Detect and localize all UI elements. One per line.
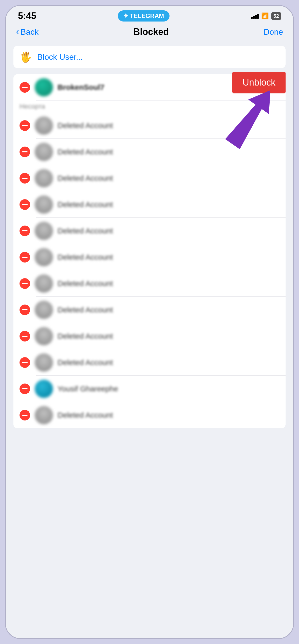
list-item: Deleted Account <box>13 244 286 270</box>
user-name: Deleted Account <box>58 253 113 261</box>
remove-button[interactable] <box>20 357 30 368</box>
avatar <box>35 222 53 240</box>
avatar <box>35 274 53 293</box>
unblock-button[interactable]: Unblock <box>232 72 286 93</box>
telegram-icon: ✈ <box>123 13 128 19</box>
remove-button[interactable] <box>20 384 30 394</box>
remove-button[interactable] <box>20 173 30 184</box>
user-name: Yousif Ghareephe <box>58 385 118 393</box>
list-item: Deleted Account <box>13 270 286 297</box>
user-name: Deleted Account <box>58 332 113 340</box>
section-header: Несорта <box>13 100 286 112</box>
remove-button[interactable] <box>20 147 30 157</box>
status-icons: 📶 52 <box>251 12 281 20</box>
nav-bar: ‹ Back Blocked Done <box>6 24 293 42</box>
user-name: Deleted Account <box>58 411 113 419</box>
user-name: Deleted Account <box>58 279 113 288</box>
user-name: Deleted Account <box>58 200 113 209</box>
list-item: Deleted Account <box>13 402 286 428</box>
list-item: Deleted Account <box>13 139 286 165</box>
remove-button[interactable] <box>20 305 30 315</box>
list-item: Deleted Account <box>13 165 286 191</box>
wifi-icon: 📶 <box>261 12 269 19</box>
avatar <box>35 406 53 424</box>
user-name: Deleted Account <box>58 306 113 314</box>
list-item: BrokenSoul7 Unblock <box>13 74 286 100</box>
avatar <box>35 353 53 372</box>
list-item: Deleted Account <box>13 191 286 218</box>
avatar <box>35 301 53 319</box>
remove-button[interactable] <box>20 252 30 263</box>
back-label: Back <box>21 27 39 37</box>
remove-button[interactable] <box>20 199 30 210</box>
avatar <box>35 327 53 345</box>
list-item: Deleted Account <box>13 297 286 323</box>
avatar <box>35 248 53 266</box>
user-name: Deleted Account <box>58 358 113 367</box>
avatar <box>35 116 53 135</box>
blocked-users-list: BrokenSoul7 Unblock Несорта Deleted Acco… <box>13 74 286 428</box>
user-name: Deleted Account <box>58 148 113 156</box>
user-name: Deleted Account <box>58 227 113 235</box>
user-name: Deleted Account <box>58 174 113 183</box>
avatar <box>35 169 53 187</box>
block-user-label: Block User... <box>37 52 83 62</box>
telegram-label: TELEGRAM <box>130 12 164 19</box>
avatar <box>35 195 53 214</box>
remove-button[interactable] <box>20 120 30 131</box>
back-button[interactable]: ‹ Back <box>16 27 39 37</box>
done-button[interactable]: Done <box>264 27 283 37</box>
signal-icon <box>251 13 259 19</box>
remove-button[interactable] <box>20 331 30 341</box>
status-center: ✈ TELEGRAM <box>118 10 170 22</box>
avatar <box>35 143 53 161</box>
chevron-left-icon: ‹ <box>16 26 19 37</box>
remove-button[interactable] <box>20 278 30 289</box>
list-item: Yousif Ghareephe <box>13 376 286 402</box>
list-item: Deleted Account <box>13 323 286 349</box>
user-name: BrokenSoul7 <box>58 83 104 92</box>
main-content: 🖐 Block User... BrokenSoul7 Unblock <box>6 42 293 638</box>
page-title: Blocked <box>133 27 169 37</box>
list-item: Deleted Account <box>13 218 286 244</box>
block-user-card[interactable]: 🖐 Block User... <box>13 46 286 68</box>
list-item: Deleted Account <box>13 112 286 139</box>
list-item: Deleted Account <box>13 349 286 376</box>
status-time: 5:45 <box>18 11 36 21</box>
status-bar: 5:45 ✈ TELEGRAM 📶 52 <box>6 6 293 24</box>
remove-button[interactable] <box>20 82 30 93</box>
telegram-badge: ✈ TELEGRAM <box>118 10 170 22</box>
phone-frame: 5:45 ✈ TELEGRAM 📶 52 ‹ Back Blocked Done <box>5 5 294 639</box>
user-name: Deleted Account <box>58 121 113 130</box>
battery-indicator: 52 <box>271 12 281 20</box>
avatar <box>35 78 53 96</box>
remove-button[interactable] <box>20 226 30 236</box>
avatar <box>35 380 53 398</box>
block-hand-icon: 🖐 <box>20 51 32 63</box>
remove-button[interactable] <box>20 410 30 420</box>
